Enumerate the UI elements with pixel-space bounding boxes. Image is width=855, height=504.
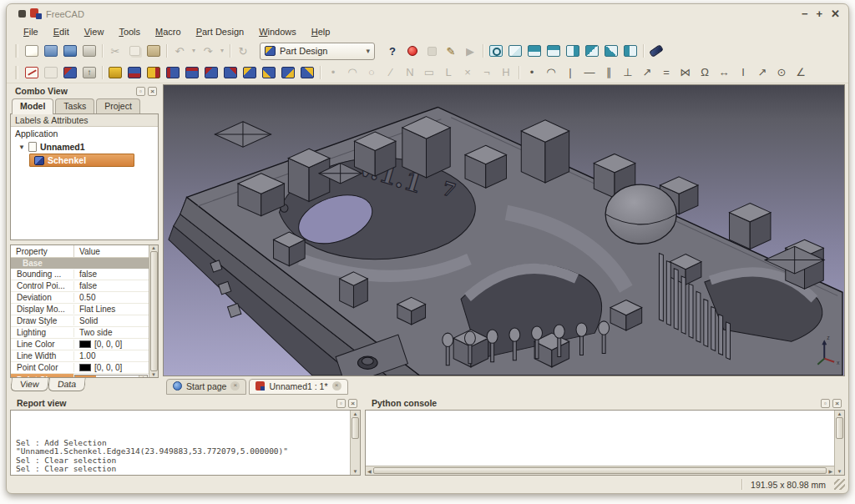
external-geometry-button[interactable]: ¬	[478, 63, 496, 82]
close-panel-icon[interactable]: ×	[348, 399, 357, 408]
vertical-constraint-button[interactable]: |	[561, 63, 579, 82]
new-file-button[interactable]	[23, 42, 41, 60]
fit-all-button[interactable]	[487, 42, 505, 60]
toolbar-handle[interactable]	[15, 44, 18, 58]
cut-button[interactable]: ✂	[106, 42, 124, 60]
close-panel-icon[interactable]: ×	[832, 399, 842, 408]
scrollbar-thumb[interactable]	[150, 251, 158, 371]
angle-constraint-button[interactable]: ∠	[792, 63, 810, 82]
report-view-scrollbar[interactable]: ▲▼	[350, 411, 360, 475]
close-panel-icon[interactable]: ×	[148, 87, 157, 96]
property-row[interactable]: Line Color [0, 0, 0]	[11, 339, 149, 350]
groove-button[interactable]	[164, 63, 182, 82]
distance-constraint-button[interactable]: ↗	[753, 63, 772, 82]
property-row[interactable]: Line Width 1.00	[11, 350, 149, 362]
measure-button[interactable]	[647, 42, 665, 60]
arc-tool-button[interactable]: ◠	[343, 63, 362, 82]
undo-button[interactable]: ↶	[170, 42, 189, 60]
refresh-button[interactable]: ↻	[234, 42, 252, 60]
scroll-up-icon[interactable]: ▲	[151, 245, 156, 250]
separator[interactable]	[99, 42, 105, 60]
tree-item-unnamed1[interactable]: ▼ Unnamed1	[11, 140, 158, 154]
macro-record-button[interactable]	[403, 42, 422, 60]
separator[interactable]	[99, 63, 105, 82]
line-tool-button[interactable]: ∕	[382, 63, 400, 82]
leave-sketch-button[interactable]: ↑	[80, 63, 99, 82]
tab-unnamed1[interactable]: Unnamed1 : 1* ×	[249, 379, 347, 395]
parallel-constraint-button[interactable]: ∥	[600, 63, 618, 82]
menu-help[interactable]: Help	[305, 25, 337, 38]
tab-close-icon[interactable]: ×	[230, 381, 240, 391]
vertical-distance-constraint-button[interactable]: I	[734, 63, 752, 82]
circle-tool-button[interactable]: ○	[362, 63, 381, 82]
top-view-button[interactable]	[544, 42, 563, 60]
new-sketch-button[interactable]	[23, 63, 41, 82]
expander-icon[interactable]: ▼	[18, 144, 25, 151]
maximize-button[interactable]: +	[817, 8, 823, 19]
radius-constraint-button[interactable]: ⊙	[772, 63, 791, 82]
menu-tools[interactable]: Tools	[112, 25, 147, 38]
property-row[interactable]: Point Color [0, 0, 0]	[11, 362, 149, 374]
property-row[interactable]: Display Mo... Flat Lines	[11, 304, 149, 315]
property-row[interactable]: Deviation 0.50	[11, 292, 149, 304]
linear-pattern-button[interactable]	[260, 63, 278, 82]
tree-item-application[interactable]: Application	[11, 127, 158, 140]
separator[interactable]	[516, 63, 522, 82]
float-panel-icon[interactable]: ▫	[336, 399, 346, 408]
multitransform-button[interactable]	[298, 63, 316, 82]
close-button[interactable]: ✕	[831, 8, 840, 19]
menu-windows[interactable]: Windows	[252, 25, 303, 38]
menu-file[interactable]: File	[17, 25, 45, 38]
open-file-button[interactable]	[42, 42, 60, 60]
copy-button[interactable]	[125, 42, 144, 60]
polar-pattern-button[interactable]	[279, 63, 297, 82]
equal-constraint-button[interactable]: =	[657, 63, 675, 82]
perpendicular-constraint-button[interactable]: ⊥	[619, 63, 637, 82]
view-sketch-button[interactable]	[42, 63, 60, 82]
left-view-button[interactable]	[621, 42, 640, 60]
resize-grip[interactable]	[834, 479, 845, 490]
tangent-constraint-button[interactable]: ↗	[638, 63, 656, 82]
property-group-base[interactable]: Base	[11, 258, 149, 269]
macro-stop-button[interactable]	[422, 42, 441, 60]
window-menu-icon[interactable]	[18, 10, 26, 18]
coincident-constraint-button[interactable]: •	[523, 63, 541, 82]
python-console-body[interactable]: App.closeDocument("Unnamed") Gui.activat…	[365, 410, 845, 476]
point-on-object-constraint-button[interactable]: ◠	[542, 63, 560, 82]
horizontal-distance-constraint-button[interactable]: ↔	[715, 63, 733, 82]
construction-mode-button[interactable]: H	[497, 63, 515, 82]
redo-dropdown[interactable]: ▾	[218, 42, 226, 60]
symmetric-constraint-button[interactable]: ⋈	[676, 63, 695, 82]
toolbar-handle[interactable]	[15, 66, 18, 79]
tab-data[interactable]: Data	[48, 378, 86, 391]
fillet-sketch-button[interactable]: L	[439, 63, 458, 82]
undo-dropdown[interactable]: ▾	[190, 42, 198, 60]
separator[interactable]	[640, 42, 646, 60]
separator[interactable]	[164, 42, 169, 60]
redo-button[interactable]: ↷	[199, 42, 217, 60]
save-button[interactable]	[61, 42, 79, 60]
3d-viewport[interactable]: V.1.1 7	[163, 84, 845, 376]
tab-start-page[interactable]: Start page ×	[166, 379, 246, 395]
point-tool-button[interactable]: •	[324, 63, 342, 82]
fillet-button[interactable]	[183, 63, 201, 82]
front-view-button[interactable]	[525, 42, 544, 60]
draft-button[interactable]	[221, 63, 240, 82]
axonometric-view-button[interactable]	[506, 42, 524, 60]
horizontal-constraint-button[interactable]: —	[580, 63, 599, 82]
python-console-hscrollbar[interactable]: ◀▶	[366, 466, 834, 475]
polyline-tool-button[interactable]: N	[401, 63, 419, 82]
rectangle-tool-button[interactable]: ▭	[420, 63, 438, 82]
tab-close-icon[interactable]: ×	[332, 381, 341, 391]
float-panel-icon[interactable]: ▫	[821, 399, 830, 408]
paste-button[interactable]	[144, 42, 163, 60]
scroll-down-icon[interactable]: ▼	[151, 372, 156, 377]
tab-tasks[interactable]: Tasks	[55, 98, 94, 113]
pad-button[interactable]	[106, 63, 124, 82]
whatsthis-button[interactable]: ?	[382, 42, 402, 60]
rear-view-button[interactable]	[583, 42, 601, 60]
menu-edit[interactable]: Edit	[47, 25, 76, 38]
property-row[interactable]: Draw Style Solid	[11, 315, 149, 327]
lock-constraint-button[interactable]: Ω	[696, 63, 714, 82]
float-panel-icon[interactable]: ▫	[136, 87, 145, 96]
